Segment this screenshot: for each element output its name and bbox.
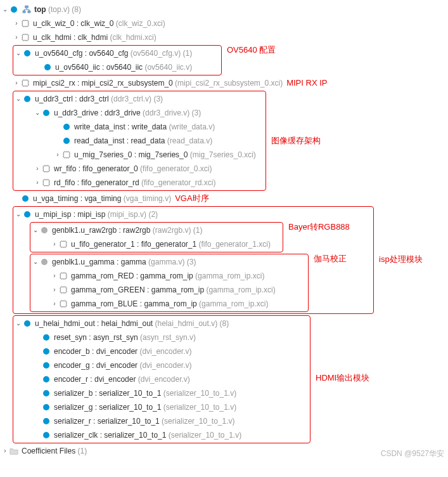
- expand-icon[interactable]: ›: [34, 162, 41, 176]
- node-count: (2): [148, 210, 158, 219]
- tree-row[interactable]: ⌄ u_ddr3_drive : ddr3_drive (ddr3_drive.…: [15, 106, 264, 120]
- tree-row[interactable]: › u_mig_7series_0 : mig_7series_0 (mig_7…: [15, 148, 264, 162]
- expand-icon[interactable]: ›: [13, 76, 20, 90]
- tree-row[interactable]: ·serializer_g : serializer_10_to_1 (seri…: [15, 400, 309, 414]
- module-icon: [42, 64, 53, 70]
- node-count: (8): [220, 319, 229, 328]
- node-label: u_clk_wiz_0 : clk_wiz_0: [33, 19, 113, 28]
- tree-row[interactable]: · u_vga_timing : vga_timing (vga_timing.…: [1, 192, 447, 206]
- tree-row[interactable]: › gamma_rom_RED : gamma_rom_ip (gamma_ro…: [32, 269, 307, 283]
- expand-icon[interactable]: ⌄: [32, 255, 39, 269]
- tree-row[interactable]: ·encoder_r : dvi_encoder (dvi_encoder.v): [15, 372, 309, 386]
- annotation-ov5640: OV5640 配置: [222, 44, 276, 56]
- tree-row[interactable]: · write_data_inst : write_data (write_da…: [15, 120, 264, 134]
- annotation-box-isp: ⌄ u_mipi_isp : mipi_isp (mipi_isp.v) (2)…: [13, 206, 374, 314]
- tree-row[interactable]: › u_clk_wiz_0 : clk_wiz_0 (clk_wiz_0.xci…: [1, 16, 447, 30]
- tree-row[interactable]: ·serializer_b : serializer_10_to_1 (seri…: [15, 386, 309, 400]
- ip-icon: [20, 33, 30, 42]
- module-icon: [41, 390, 51, 396]
- expand-icon[interactable]: ›: [51, 237, 58, 251]
- expand-icon[interactable]: ›: [13, 16, 20, 30]
- tree-row-top[interactable]: ⌄ top (top.v) (8): [1, 3, 447, 16]
- node-file: (fifo_generator_0.xci): [140, 164, 212, 173]
- expand-icon[interactable]: ⌄: [15, 92, 22, 106]
- node-label: u_mig_7series_0 : mig_7series_0: [74, 150, 188, 159]
- ip-icon: [20, 79, 30, 88]
- node-label: u_ddr3_ctrl : ddr3_ctrl: [35, 95, 109, 103]
- module-icon: [39, 227, 49, 233]
- expand-icon[interactable]: ⌄: [15, 207, 22, 221]
- tree-row[interactable]: › rd_fifo : fifo_generator_rd (fifo_gene…: [15, 176, 264, 190]
- expand-icon[interactable]: ⌄: [1, 3, 9, 16]
- tree-row[interactable]: · u_ov5640_iic : ov5640_iic (ov5640_iic.…: [15, 60, 220, 74]
- ip-icon: [41, 164, 51, 173]
- node-file: (mipi_isp.v): [108, 210, 146, 219]
- node-file: (raw2rgb.v): [153, 226, 191, 235]
- node-file: (serializer_10_to_1.v): [169, 431, 241, 440]
- expand-icon[interactable]: ›: [54, 148, 61, 162]
- node-label: gamma_rom_RED : gamma_rom_ip: [71, 271, 193, 280]
- expand-icon[interactable]: ⌄: [32, 223, 39, 237]
- annotation-box-hdmi: ⌄ u_helai_hdmi_out : helai_hdmi_out (hel…: [13, 315, 310, 443]
- module-icon: [41, 362, 51, 369]
- annotation-isp: isp处理模块: [374, 206, 423, 313]
- tree-row[interactable]: ·serializer_r : serializer_10_to_1 (seri…: [15, 414, 309, 428]
- tree-row-coeff[interactable]: › Coefficient Files (1): [1, 444, 447, 458]
- expand-icon[interactable]: ›: [51, 283, 58, 297]
- node-count: (1): [183, 49, 193, 58]
- tree-row[interactable]: ⌄ u_ddr3_ctrl : ddr3_ctrl (ddr3_ctrl.v) …: [15, 92, 264, 106]
- module-icon: [39, 259, 49, 265]
- node-label: gamma_rom_GREEN : gamma_rom_ip: [71, 285, 204, 294]
- node-label: u_mipi_isp : mipi_isp: [35, 210, 105, 219]
- tree-row[interactable]: ·encoder_g : dvi_encoder (dvi_encoder.v): [15, 358, 309, 372]
- node-label: write_data_inst : write_data: [74, 122, 167, 131]
- expand-icon[interactable]: ›: [1, 444, 9, 458]
- expand-icon[interactable]: ›: [51, 297, 58, 311]
- tree-row[interactable]: › u_clk_hdmi : clk_hdmi (clk_hdmi.xci): [1, 30, 447, 44]
- node-label: u_ov5640_iic : ov5640_iic: [55, 63, 143, 72]
- node-count: (3): [191, 108, 201, 117]
- expand-icon[interactable]: ⌄: [15, 317, 22, 330]
- annotation-box-ov5640: ⌄ u_ov5640_cfg : ov5640_cfg (ov5640_cfg.…: [13, 45, 222, 75]
- tree-row[interactable]: › gamma_rom_BLUE : gamma_rom_ip (gamma_r…: [32, 297, 307, 311]
- node-label: serializer_r : serializer_10_to_1: [54, 417, 160, 426]
- tree-row[interactable]: ⌄ u_ov5640_cfg : ov5640_cfg (ov5640_cfg.…: [15, 46, 220, 60]
- expand-icon[interactable]: ›: [51, 269, 58, 283]
- expand-icon[interactable]: ›: [13, 30, 20, 44]
- tree-row[interactable]: · read_data_inst : read_data (read_data.…: [15, 134, 264, 148]
- node-file: (ov5640_iic.v): [144, 63, 192, 72]
- tree-row[interactable]: › gamma_rom_GREEN : gamma_rom_ip (gamma_…: [32, 283, 307, 297]
- node-file: (gamma_rom_ip.xci): [195, 271, 264, 280]
- ip-icon: [58, 271, 68, 280]
- tree-row[interactable]: › u_fifo_generator_1 : fifo_generator_1 …: [32, 237, 281, 251]
- tree-row[interactable]: ⌄ genblk1.u_raw2rgb : raw2rgb (raw2rgb.v…: [32, 223, 281, 237]
- node-file: (serializer_10_to_1.v): [163, 403, 236, 412]
- annotation-box-bayer: ⌄ genblk1.u_raw2rgb : raw2rgb (raw2rgb.v…: [30, 222, 283, 252]
- expand-icon[interactable]: ⌄: [34, 106, 41, 120]
- module-icon: [41, 348, 51, 355]
- node-label: encoder_b : dvi_encoder: [54, 347, 138, 356]
- node-label: wr_fifo : fifo_generator_0: [54, 164, 138, 173]
- tree-row[interactable]: › wr_fifo : fifo_generator_0 (fifo_gener…: [15, 162, 264, 176]
- node-file: (clk_wiz_0.xci): [116, 19, 165, 28]
- node-label: u_ov5640_cfg : ov5640_cfg: [35, 49, 128, 58]
- tree-row[interactable]: ·encoder_b : dvi_encoder (dvi_encoder.v): [15, 344, 309, 358]
- tree-row[interactable]: ·reset_syn : asyn_rst_syn (asyn_rst_syn.…: [15, 330, 309, 344]
- node-label: read_data_inst : read_data: [74, 136, 165, 145]
- node-file: (dvi_encoder.v): [139, 361, 191, 370]
- node-file: (write_data.v): [169, 122, 215, 131]
- tree-row[interactable]: ⌄ u_mipi_isp : mipi_isp (mipi_isp.v) (2): [15, 207, 372, 221]
- tree-row[interactable]: ·serializer_clk : serializer_10_to_1 (se…: [15, 428, 309, 442]
- node-file: (gamma_rom_ip.xci): [206, 285, 275, 294]
- tree-row[interactable]: ⌄ u_helai_hdmi_out : helai_hdmi_out (hel…: [15, 317, 309, 330]
- node-file: (gamma.v): [148, 258, 184, 266]
- tree-row[interactable]: › mipi_csi2_rx : mipi_csi2_rx_subsystem_…: [1, 76, 447, 90]
- expand-icon[interactable]: ⌄: [15, 46, 22, 60]
- node-label: reset_syn : asyn_rst_syn: [54, 333, 138, 342]
- module-icon: [22, 320, 32, 327]
- expand-icon[interactable]: ›: [34, 176, 41, 190]
- ip-icon: [58, 240, 68, 249]
- node-label: u_helai_hdmi_out : helai_hdmi_out: [35, 319, 153, 328]
- tree-row[interactable]: ⌄ genblk1.u_gamma : gamma (gamma.v) (3): [32, 255, 307, 269]
- watermark: CSDN @9527华安: [381, 448, 444, 459]
